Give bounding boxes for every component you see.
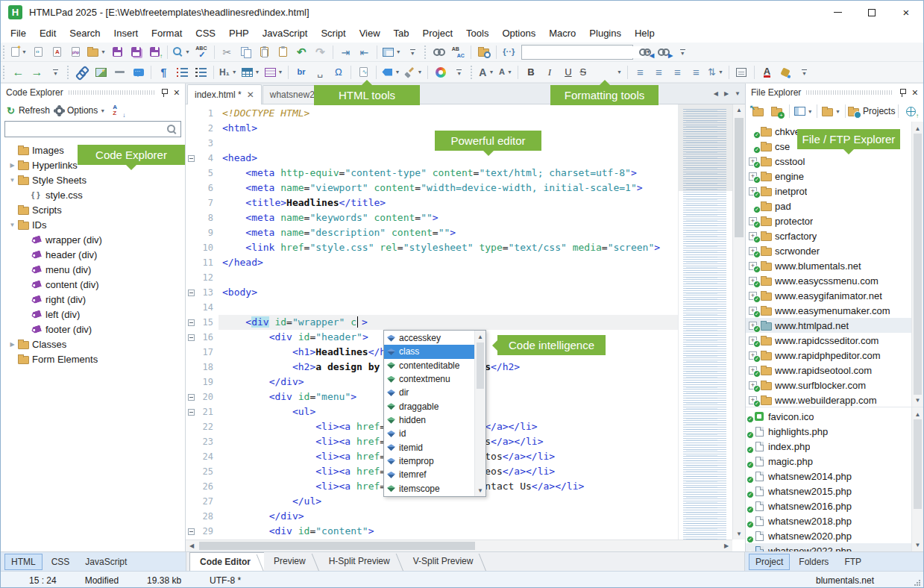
unordered-list-button[interactable] [174,64,191,81]
search-button[interactable]: ▼ [172,44,192,60]
scroll-up-icon[interactable]: ▲ [912,409,923,419]
view-mode-button[interactable]: ▼ [793,103,813,119]
menu-file[interactable]: File [4,25,33,41]
folder-item-pad[interactable]: ✓pad [746,198,911,213]
tree-item-header-div-[interactable]: header (div) [1,247,185,262]
sort-az-button[interactable]: ↓ [109,102,126,119]
align-right-button[interactable]: ≡ [669,64,686,81]
folder-item-www-easygifanimator-net[interactable]: +✓www.easygifanimator.net [746,288,911,303]
toolbar-grip[interactable] [67,66,69,79]
align-justify-button[interactable]: ≡ [688,64,705,81]
color-picker-button[interactable] [432,64,449,81]
format-painter-button[interactable]: ▼ [403,64,424,81]
heading-button[interactable]: H₁▼ [218,64,239,81]
autocomplete-scrollbar[interactable]: ▲ ▼ [474,331,485,496]
ordered-list-button[interactable] [192,64,210,81]
file-item-whatsnew2020-php[interactable]: ✓whatsnew2020.php [746,528,911,543]
search-term-combobox[interactable]: ▼ [521,45,633,60]
tree-item-style-css[interactable]: { }style.css [1,187,185,202]
fill-color-button[interactable] [777,64,794,81]
scrollbar-thumb[interactable] [477,343,484,389]
scroll-up-icon[interactable]: ▲ [733,104,745,116]
code-line-content[interactable]: <body> [219,285,678,300]
options-button[interactable]: Options ▼ [54,102,107,119]
toolbar-grip[interactable] [424,46,427,59]
folder-item-www-rapidcsseditor-com[interactable]: +✓www.rapidcsseditor.com [746,333,911,348]
outdent-button[interactable]: ⇤ [356,44,373,60]
code-line-content[interactable]: <div id="wrapper" c> [219,315,678,330]
toolbar-grip[interactable] [3,66,5,79]
close-panel-icon[interactable]: × [912,88,918,97]
scroll-left-icon[interactable]: ◀ [186,540,198,551]
increase-font-button[interactable]: A▼ [477,64,495,81]
menu-options[interactable]: Options [495,25,542,41]
find-button[interactable] [431,44,448,60]
doc-tab-html[interactable]: HTML [4,554,43,570]
tab-scroll-left-icon[interactable]: ◀ [714,90,718,97]
spell-check-button[interactable] [193,44,210,60]
folder-item-www-blumentals-net[interactable]: +✓www.blumentals.net [746,258,911,273]
code-line-content[interactable]: <head> [219,151,678,166]
folder-item-www-rapidseotool-com[interactable]: +✓www.rapidseotool.com [746,363,911,378]
replace-button[interactable] [450,44,467,60]
bold-button[interactable]: B [522,64,539,81]
tree-item-wrapper-div-[interactable]: wrapper (div) [1,232,185,247]
paragraph-box-button[interactable] [733,64,750,81]
fold-collapse-icon[interactable] [188,155,195,162]
tree-item-classes[interactable]: ▶Classes [1,337,185,351]
cut-button[interactable]: ✂ [219,44,236,60]
font-color-button[interactable]: A [758,64,776,81]
align-center-button[interactable]: ≡ [650,64,667,81]
tree-item-scripts[interactable]: Scripts [1,202,185,217]
new-document-button[interactable]: ▼ [10,44,28,60]
publish-button[interactable]: ↑ [902,103,920,119]
insert-hr-button[interactable] [111,64,128,81]
menu-tools[interactable]: Tools [459,25,495,41]
autocomplete-item-hidden[interactable]: hidden [384,413,474,427]
new-folder-button[interactable] [768,103,785,119]
autocomplete-item-contextmenu[interactable]: contextmenu [384,372,474,386]
tree-item-menu-div-[interactable]: menu (div) [1,262,185,277]
folder-item-www-rapidphpeditor-com[interactable]: +✓www.rapidphpeditor.com [746,348,911,363]
pin-icon[interactable] [160,88,168,97]
file-item-magic-php[interactable]: ✓magic.php [746,454,911,469]
file-item-whatsnew2022-php[interactable]: ✓whatsnew2022.php [746,543,911,551]
folder-item-www-htmlpad-net[interactable]: +✓www.htmlpad.net [746,318,911,333]
code-line-content[interactable]: <meta name="keywords" content=""> [219,210,678,225]
decrease-font-button[interactable]: A▼ [497,64,514,81]
search-input[interactable] [9,124,167,134]
scroll-down-icon[interactable]: ▼ [733,528,745,539]
navigate-forward-button[interactable]: → [28,64,45,81]
paragraph-button[interactable]: ¶ [155,64,172,81]
menu-macro[interactable]: Macro [542,25,582,41]
folder-item-csstool[interactable]: +✓csstool [746,154,911,169]
special-char-button[interactable]: Ω [330,64,347,81]
folder-item-www-webuilderapp-com[interactable]: +✓www.webuilderapp.com [746,392,911,407]
scroll-right-icon[interactable]: ▶ [720,540,732,551]
find-in-files-button[interactable] [475,44,492,60]
tab-list-icon[interactable]: ▼ [735,90,741,97]
view-tab-v-split-preview[interactable]: V-Split Preview [403,552,487,571]
scroll-up-icon[interactable]: ▲ [912,123,923,134]
editor-tab-index-html-[interactable]: index.html *✕ [187,84,262,104]
file-item-favicon-ico[interactable]: ✓favicon.ico [746,409,911,424]
minimap[interactable] [678,104,732,539]
code-line-content[interactable]: <!DOCTYPE HTML> [219,106,678,121]
file-item-whatsnew2016-php[interactable]: ✓whatsnew2016.php [746,498,911,513]
insert-table-button[interactable]: ▼ [240,64,262,81]
copy-button[interactable] [237,44,254,60]
scrollbar-thumb[interactable] [914,419,922,509]
search-toolbar-overflow[interactable]: ▼ [674,45,691,60]
align-left-button[interactable]: ≡ [632,64,649,81]
underline-button[interactable]: U [559,64,576,81]
panel-drag-handle[interactable] [806,90,893,95]
code-line-content[interactable]: <link href="style.css" rel="stylesheet" … [219,240,678,255]
italic-button[interactable]: I [541,64,558,81]
parent-folder-button[interactable] [749,103,767,119]
menu-plugins[interactable]: Plugins [582,25,628,41]
open-file-button[interactable]: ▼ [86,44,107,60]
insert-image-button[interactable] [92,64,110,81]
fold-collapse-icon[interactable] [188,394,195,401]
save-all-button[interactable] [128,44,145,60]
resize-grip[interactable] [914,579,921,587]
